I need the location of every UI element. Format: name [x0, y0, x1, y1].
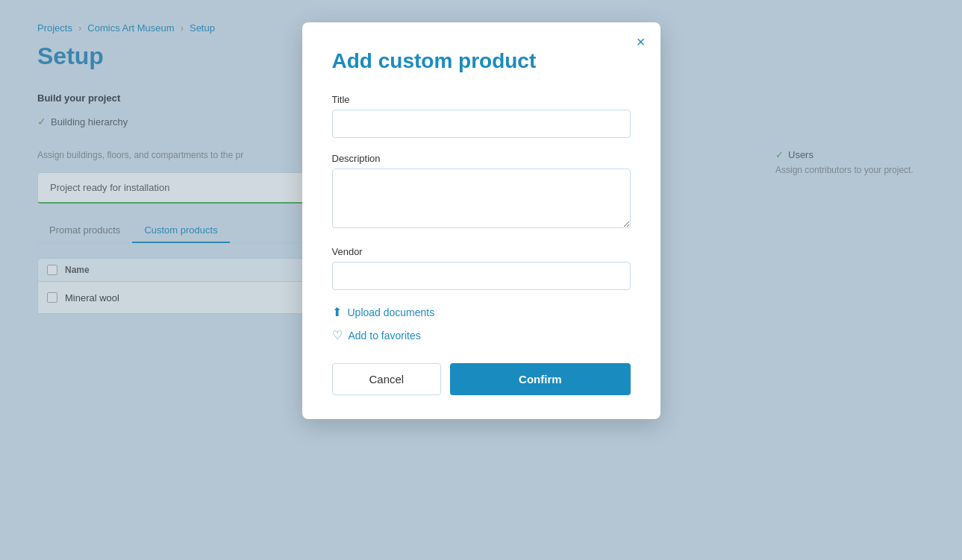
confirm-button[interactable]: Confirm [450, 363, 630, 395]
modal-title: Add custom product [332, 49, 631, 73]
add-custom-product-modal: × Add custom product Title Description V… [302, 22, 660, 419]
description-form-group: Description [332, 153, 631, 231]
description-textarea[interactable] [332, 169, 631, 228]
modal-footer: Cancel Confirm [332, 363, 631, 395]
modal-overlay: × Add custom product Title Description V… [0, 0, 962, 560]
title-form-group: Title [332, 94, 631, 138]
heart-icon: ♡ [332, 328, 343, 342]
vendor-input[interactable] [332, 262, 631, 290]
add-to-favorites-link[interactable]: ♡ Add to favorites [332, 328, 631, 342]
modal-close-button[interactable]: × [637, 34, 646, 49]
add-to-favorites-label: Add to favorites [349, 330, 421, 342]
upload-documents-link[interactable]: ⬆ Upload documents [332, 305, 631, 319]
title-input[interactable] [332, 110, 631, 138]
upload-icon: ⬆ [332, 305, 342, 319]
cancel-button[interactable]: Cancel [332, 363, 442, 395]
upload-documents-label: Upload documents [348, 306, 435, 318]
vendor-form-group: Vendor [332, 246, 631, 290]
title-label: Title [332, 94, 631, 105]
vendor-label: Vendor [332, 246, 631, 257]
description-label: Description [332, 153, 631, 164]
